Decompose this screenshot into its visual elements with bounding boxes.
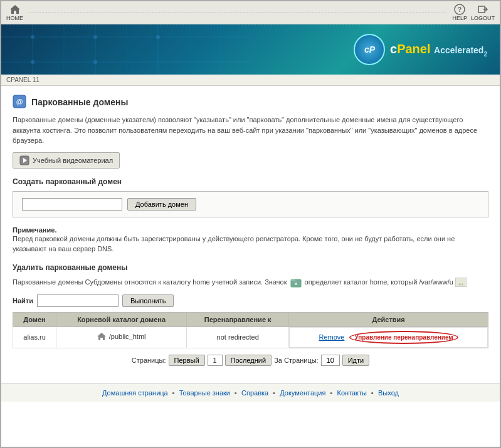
go-button[interactable]: Идти [342,355,370,366]
search-row: Найти Выполнить [13,294,488,307]
add-domain-button[interactable]: Добавить домен [127,198,196,211]
help-logout-nav: ? HELP LOGOUT [452,4,495,21]
col-redirect-header: Перенаправление к [187,312,289,326]
first-page-button[interactable]: Первый [169,355,205,366]
table-row: alias.ru /public_html not redirected Rem… [13,326,488,348]
page-header: @ Паркованные домены [13,95,488,110]
breadcrumb-text: CPANEL 11 [6,76,40,83]
per-page-input[interactable] [321,355,340,366]
svg-point-9 [31,35,34,39]
home-nav[interactable]: HOME [6,4,23,21]
pages-label: Страницы: [132,357,166,364]
svg-text:@: @ [16,98,23,105]
svg-point-14 [93,60,97,64]
footer-sep-2: ▪ [235,389,237,397]
help-button[interactable]: ? HELP [452,4,467,21]
domain-cell: alias.ru [13,326,56,348]
delete-description: Паркованные домены Субдомены относятся к… [13,277,488,288]
home-folder-icon [290,277,302,288]
home-label: HOME [6,15,23,21]
col-root-header: Корневой каталог домена [56,312,187,326]
parked-domains-icon: @ [13,95,26,110]
footer-link-logout[interactable]: Выход [378,389,399,397]
logout-label: LOGOUT [471,15,495,21]
help-label: HELP [452,15,467,21]
footer-sep-3: ▪ [273,389,275,397]
domain-input[interactable] [22,198,122,211]
svg-marker-0 [10,5,20,14]
logout-button[interactable]: LOGOUT [471,4,495,21]
root-path: /public_html [109,333,146,340]
footer-link-home[interactable]: Домашняя страница [102,389,168,397]
note-section: Примечание. Перед парковкой домены должн… [13,226,488,254]
delete-desc-text: Паркованные домены Субдомены относятся к… [13,278,287,286]
current-page-number: 1 [208,355,223,366]
svg-point-10 [93,35,97,39]
video-tutorial-button[interactable]: Учебный видеоматериал [13,152,120,169]
svg-text:?: ? [458,6,461,13]
per-page-label: За Страницы: [274,357,319,364]
domains-table: Домен Корневой каталог домена Перенаправ… [13,312,488,348]
page-title: Паркованные домены [31,97,128,107]
page-description: Паркованные домены (доменные указатели) … [13,115,488,146]
last-btn-label: Последний [231,357,266,364]
path-display: ... [455,278,467,287]
add-domain-btn-label: Добавить домен [135,201,188,208]
home-icon [97,333,106,341]
svg-point-11 [156,35,160,39]
redirect-cell: not redirected [187,326,289,348]
search-label: Найти [13,297,33,305]
last-page-button[interactable]: Последний [225,355,272,366]
cpanel-circle-icon: cP [354,34,385,65]
banner-logo: cP cPanel Accelerated2 [354,34,487,65]
col-domain-header: Домен [13,312,56,326]
svg-marker-26 [97,333,106,340]
cpanel-brand-text: cPanel Accelerated2 [386,42,487,58]
footer-link-help[interactable]: Справка [241,389,268,397]
footer-sep-5: ▪ [371,389,374,397]
svg-point-13 [31,60,34,64]
svg-point-25 [295,283,297,285]
manage-redirect-button[interactable]: Управление перенаправлением [349,331,458,344]
video-btn-label: Учебный видеоматериал [33,157,113,164]
note-text: Перед парковкой домены должны быть зарег… [13,235,455,253]
svg-rect-24 [291,279,295,281]
pagination: Страницы: Первый 1 Последний За Страницы… [13,355,488,366]
delete-section-title: Удалить паркованные домены [13,263,488,272]
main-content: @ Паркованные домены Паркованные домены … [1,86,500,383]
go-btn-label: Идти [348,357,364,364]
breadcrumb: CPANEL 11 [1,75,500,86]
note-bold: Примечание. [13,226,56,234]
first-btn-label: Первый [174,357,199,364]
remove-link[interactable]: Remove [319,333,344,341]
delete-desc2-text: определяет каталог home, который /var/ww… [305,278,453,286]
footer-link-trademarks[interactable]: Товарные знаки [179,389,230,397]
footer-link-contacts[interactable]: Контакты [337,389,367,397]
footer: Домашняя страница ▪ Товарные знаки ▪ Спр… [1,383,500,402]
top-navigation: HOME ? HELP LOGOUT [1,1,500,24]
actions-cell: Remove Управление перенаправлением [289,327,488,348]
footer-sep-4: ▪ [330,389,333,397]
banner: cP cPanel Accelerated2 [1,24,500,75]
col-actions-header: Действия [289,312,488,326]
home-button[interactable]: HOME [6,4,23,21]
create-domain-title: Создать паркованный домен [13,177,488,186]
execute-btn-label: Выполнить [130,297,166,305]
search-input[interactable] [37,294,119,307]
create-domain-section: Создать паркованный домен Добавить домен [13,177,488,217]
execute-button[interactable]: Выполнить [122,294,174,307]
footer-link-docs[interactable]: Документация [280,389,325,397]
root-cell: /public_html [56,326,187,348]
footer-sep-1: ▪ [172,389,175,397]
add-domain-box: Добавить домен [13,191,488,217]
